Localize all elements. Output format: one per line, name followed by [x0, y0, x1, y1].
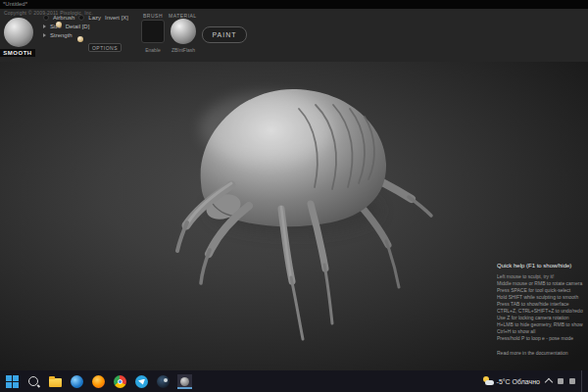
airbrush-label[interactable]: Airbrush: [53, 15, 74, 21]
windows-taskbar: -5°C Облачно: [0, 370, 588, 392]
quick-help-title: Quick help (F1 to show/hide): [497, 263, 587, 269]
weather-icon: [483, 376, 494, 386]
window-title: *Untitled*: [3, 1, 27, 7]
material-name: ZBIntFlash: [167, 47, 200, 53]
sculptris-icon[interactable]: [177, 374, 192, 389]
strength-slider-knob[interactable]: [77, 36, 83, 42]
toolbar: Copyright © 2009-2011 Pixologic, Inc. SM…: [0, 9, 588, 63]
strength-triangle-icon: [43, 33, 46, 37]
taskbar-icons: [0, 374, 192, 389]
options-button[interactable]: OPTIONS: [88, 43, 122, 52]
help-line: Press/hold P to loop e - pose mode: [497, 335, 587, 342]
airbrush-toggle[interactable]: [43, 15, 49, 21]
strength-row: Strength: [43, 30, 141, 39]
lazy-toggle[interactable]: [78, 15, 84, 21]
tray-app-icon[interactable]: [569, 378, 575, 384]
help-line: CTRL+Z, CTRL+SHIFT+Z to undo/redo: [497, 308, 587, 315]
quick-help-footer: Read more in the documentation: [497, 350, 587, 356]
chevron-up-icon[interactable]: [545, 378, 553, 386]
help-line: Left mouse to sculpt, try it!: [497, 273, 587, 280]
weather-widget[interactable]: -5°C Облачно: [483, 376, 540, 386]
material-preview-sphere[interactable]: [171, 19, 196, 44]
brush-enable-label[interactable]: Enable: [139, 47, 167, 53]
title-bar: *Untitled*: [0, 0, 588, 9]
weather-label: -5°C Облачно: [497, 378, 540, 385]
steam-icon[interactable]: [156, 374, 171, 389]
sculpt-viewport[interactable]: Quick help (F1 to show/hide) Left mouse …: [0, 62, 588, 370]
size-triangle-icon: [43, 24, 46, 28]
help-line: Use Z for locking camera rotation: [497, 315, 587, 321]
help-line: H+LMB to hide geometry, RMB to show: [497, 321, 587, 328]
brush-section-label: BRUSH: [143, 13, 163, 19]
show-desktop-button[interactable]: [581, 370, 585, 392]
active-brush-name: SMOOTH: [0, 49, 35, 57]
chrome-icon[interactable]: [113, 374, 127, 389]
help-line: Middle mouse or RMB to rotate camera: [497, 280, 587, 287]
brush-texture-slot[interactable]: [141, 20, 165, 43]
system-tray: -5°C Облачно: [483, 370, 588, 392]
size-slider-knob[interactable]: [56, 22, 62, 27]
help-line: Hold SHIFT while sculpting to smooth: [497, 294, 587, 301]
firefox-icon[interactable]: [91, 374, 106, 389]
quick-help-panel: Quick help (F1 to show/hide) Left mouse …: [497, 263, 587, 356]
help-line: Ctrl+H to show all: [497, 328, 587, 335]
help-line: Press SPACE for tool quick-select: [497, 287, 587, 294]
sculptris-window: *Untitled* Copyright © 2009-2011 Pixolog…: [0, 0, 588, 392]
help-line: Press TAB to show/hide interface: [497, 301, 587, 308]
strength-label[interactable]: Strength: [50, 32, 73, 38]
paint-mode-button[interactable]: PAINT: [202, 26, 247, 43]
toggle-row: Airbrush Lazy Invert [X]: [43, 13, 141, 22]
invert-label[interactable]: Invert [X]: [105, 15, 128, 21]
detail-label[interactable]: Detail [D]: [66, 24, 90, 29]
help-lines: Left mouse to sculpt, try it!Middle mous…: [497, 273, 587, 342]
start-icon[interactable]: [5, 374, 20, 389]
active-brush-thumbnail[interactable]: [4, 18, 33, 47]
lazy-label[interactable]: Lazy: [88, 15, 101, 21]
file-explorer-icon[interactable]: [48, 374, 63, 389]
edge-icon[interactable]: [70, 374, 84, 389]
tray-app-icon[interactable]: [558, 378, 564, 384]
telegram-icon[interactable]: [134, 374, 149, 389]
search-icon[interactable]: [26, 374, 41, 389]
